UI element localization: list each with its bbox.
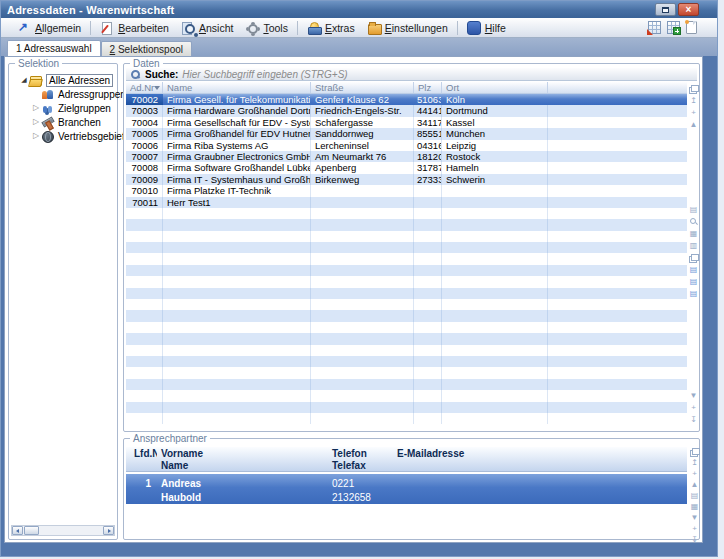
table-row[interactable]: 70005Firma Großhandel für EDV HutnerSand…	[126, 128, 687, 139]
down-icon[interactable]: ▼	[689, 513, 700, 523]
down-icon[interactable]: ▼	[688, 391, 699, 401]
menu-item-bearbeiten[interactable]: Bearbeiten	[94, 19, 175, 37]
add-icon[interactable]: +	[688, 108, 699, 118]
column-label: Telefax	[332, 460, 366, 471]
copy-icon[interactable]	[688, 253, 699, 263]
grid-icon[interactable]: ▦	[689, 502, 700, 512]
contact-column-nr[interactable]: Lfd.Nr.	[126, 447, 157, 471]
cell-ort: Hameln	[442, 162, 548, 173]
tree-item-zielgruppen[interactable]: ▷Zielgruppen	[11, 101, 115, 115]
add-icon[interactable]: +	[689, 524, 700, 534]
add-icon[interactable]: +	[688, 403, 699, 413]
tree-item-vertriebsgebiete[interactable]: ▷Vertriebsgebiete	[11, 129, 115, 143]
menu-item-tools[interactable]: Tools	[239, 19, 294, 37]
tree-item-label: Branchen	[58, 117, 101, 128]
empty-row	[126, 288, 687, 299]
scrollbar-thumb[interactable]	[24, 526, 39, 535]
column-header-ort[interactable]: Ort	[442, 82, 548, 93]
cell-name	[163, 276, 311, 287]
cell-name	[163, 413, 311, 424]
cell-plz	[414, 185, 442, 196]
cell-filler	[548, 94, 687, 105]
scroll-top-icon[interactable]: ↥	[688, 96, 699, 106]
scroll-bottom-icon[interactable]: ↧	[688, 415, 699, 425]
cell-filler	[548, 413, 687, 424]
magnifier-icon[interactable]	[688, 217, 699, 227]
tree-item-adressgruppen[interactable]: Adressgruppen	[11, 87, 115, 101]
search-bar[interactable]: Suche: Hier Suchbegriff eingeben (STRG+S…	[126, 68, 697, 81]
contact-column-telefon-telefax[interactable]: TelefonTelefax	[328, 447, 393, 471]
tab-1-adressauswahl[interactable]: 1 Adressauswahl	[7, 40, 101, 56]
list-icon[interactable]: ▤	[688, 205, 699, 215]
cell-ort	[442, 345, 548, 356]
column-header-adnr[interactable]: Ad.Nr	[126, 82, 163, 93]
export-table-red-icon[interactable]	[648, 21, 661, 34]
collapsed-icon[interactable]: ▷	[31, 101, 41, 115]
cell-strasse	[311, 310, 414, 321]
export-table-green-icon[interactable]	[667, 21, 680, 34]
empty-row	[126, 402, 687, 413]
collapsed-icon[interactable]: ▷	[31, 115, 41, 129]
tab-2-selektionspool[interactable]: 2 Selektionspool	[101, 41, 192, 56]
column-header-name[interactable]: Name	[163, 82, 311, 93]
table-row[interactable]: 70004Firma Gesellschaft für EDV - System…	[126, 117, 687, 128]
table-row[interactable]: 70011Herr Test1	[126, 197, 687, 208]
table-row[interactable]: 70009Firma IT - Systemhaus und Großhande…	[126, 174, 687, 185]
cell-name: Firma Gesell. für Telekommunikation	[163, 94, 311, 105]
menu-item-hilfe[interactable]: Hilfe	[461, 19, 512, 37]
copy-icon[interactable]	[689, 447, 700, 457]
tree-item-alle-adressen[interactable]: ◢Alle Adressen	[11, 73, 115, 87]
up-icon[interactable]: ▲	[689, 480, 700, 490]
blue-list-icon[interactable]: ▤	[688, 289, 699, 299]
table-row[interactable]: 70002Firma Gesell. für Telekommunikation…	[126, 94, 687, 105]
new-document-icon[interactable]	[686, 21, 697, 34]
menu-item-ansicht[interactable]: Ansicht	[175, 19, 239, 37]
contact-row-selected[interactable]: 1 AndreasHaubold 0221 2132658	[126, 474, 687, 504]
copy-icon[interactable]	[688, 84, 699, 94]
tree-item-branchen[interactable]: ▷Branchen	[11, 115, 115, 129]
cell-filler	[548, 402, 687, 413]
contact-column-email[interactable]: E-Mailadresse	[393, 447, 687, 471]
table-row[interactable]: 70007Firma Graubner Electronics GmbHAm N…	[126, 151, 687, 162]
column-header-strasse[interactable]: Straße	[311, 82, 414, 93]
minimize-button[interactable]	[655, 3, 676, 16]
menu-item-einstellungen[interactable]: Einstellungen	[361, 19, 454, 37]
scroll-top-icon[interactable]: ↥	[689, 458, 700, 468]
cell-filler	[548, 390, 687, 401]
cell-ort: Rostock	[442, 151, 548, 162]
blue-list-icon[interactable]: ▤	[688, 277, 699, 287]
scroll-right-button[interactable]	[103, 526, 114, 535]
contact-email	[393, 474, 687, 504]
cell-plz: 51063	[414, 94, 442, 105]
cell-ort: Köln	[442, 94, 548, 105]
extras-box-icon	[307, 21, 321, 35]
cell-plz	[414, 333, 442, 344]
table-row[interactable]: 70008Firma Software Großhandel Lübke AGA…	[126, 162, 687, 173]
table-row[interactable]: 70006Firma Riba Systems AGLercheninsel04…	[126, 140, 687, 151]
empty-row	[126, 299, 687, 310]
collapsed-icon[interactable]: ▷	[31, 129, 41, 143]
up-icon[interactable]: ▲	[688, 120, 699, 130]
title-bar[interactable]: Adressdaten - Warenwirtschaft ×	[1, 1, 717, 18]
cell-strasse: Lercheninsel	[311, 140, 414, 151]
menu-item-extras[interactable]: Extras	[301, 19, 361, 37]
contact-column-vorname-name[interactable]: VornameName	[157, 447, 328, 471]
column-header-plz[interactable]: Plz	[414, 82, 442, 93]
blue-list-icon[interactable]: ▤	[688, 265, 699, 275]
table-row[interactable]: 70010Firma Platzke IT-Technik	[126, 185, 687, 196]
search-input[interactable]: Hier Suchbegriff eingeben (STRG+S)	[182, 69, 347, 80]
add-icon[interactable]: +	[689, 469, 700, 479]
close-icon: ×	[686, 5, 692, 15]
cell-plz	[414, 310, 442, 321]
menu-item-allgemein[interactable]: Allgemein	[11, 19, 87, 37]
scroll-bottom-icon[interactable]: ↧	[689, 535, 700, 545]
table-row[interactable]: 70003Firma Hardware Großhandel DortmundF…	[126, 105, 687, 116]
cards-icon[interactable]: ▥	[688, 241, 699, 251]
list-icon[interactable]: ▤	[689, 491, 700, 501]
close-button[interactable]: ×	[678, 3, 699, 16]
grid-icon[interactable]: ▦	[688, 229, 699, 239]
tree-horizontal-scrollbar[interactable]	[11, 525, 115, 536]
column-label: Lfd.Nr.	[134, 448, 157, 459]
scroll-left-button[interactable]	[12, 526, 23, 535]
cell-adnr: 70003	[126, 105, 163, 116]
